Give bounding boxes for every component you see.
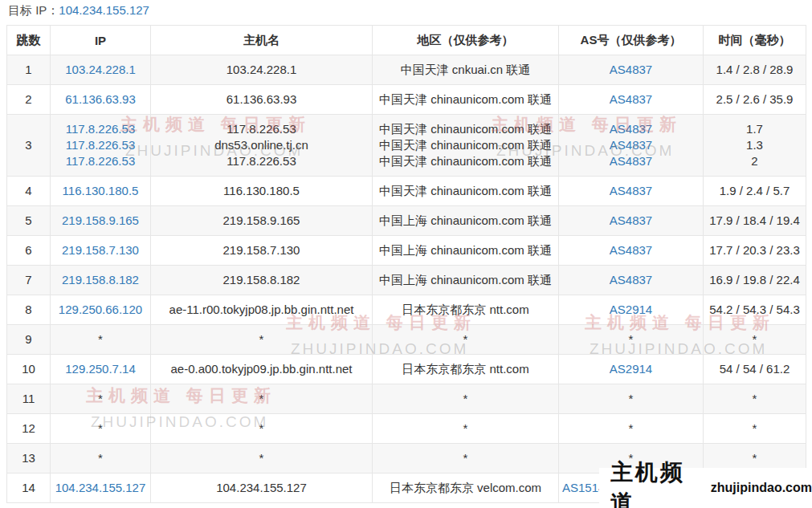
- table-row: 8129.250.66.120ae-11.r00.tokyjp08.jp.bb.…: [7, 295, 806, 325]
- host-cell: 117.8.226.53dns53.online.tj.cn117.8.226.…: [151, 115, 373, 177]
- region-cell: 中国上海 chinaunicom.com 联通: [373, 206, 559, 236]
- ip-link[interactable]: 219.158.9.165: [62, 213, 139, 227]
- as-link[interactable]: AS4837: [610, 154, 652, 168]
- table-row: 4116.130.180.5116.130.180.5中国天津 chinauni…: [7, 177, 806, 206]
- ip-cell: *: [51, 444, 151, 473]
- ip-link[interactable]: 117.8.226.53: [66, 138, 135, 152]
- host-cell: ae-11.r00.tokyjp08.jp.bb.gin.ntt.net: [151, 295, 373, 325]
- hop-cell: 11: [7, 384, 51, 414]
- table-row: 261.136.63.9361.136.63.93中国天津 chinaunico…: [7, 85, 806, 115]
- host-cell: *: [151, 444, 373, 473]
- host-cell: 219.158.9.165: [151, 206, 373, 236]
- ip-link[interactable]: 104.234.155.127: [55, 481, 146, 494]
- ip-cell: *: [51, 325, 151, 355]
- hop-cell: 1: [7, 55, 51, 85]
- time-cell-value: 1.9 / 2.4 / 5.7: [720, 184, 790, 197]
- host-cell-value: *: [259, 451, 264, 465]
- ip-cell-value: *: [98, 392, 103, 405]
- table-row: 3117.8.226.53117.8.226.53117.8.226.53117…: [7, 115, 806, 177]
- asn-cell: AS4837: [559, 266, 704, 295]
- ip-link[interactable]: 103.24.228.1: [65, 63, 136, 76]
- time-cell: 17.9 / 18.4 / 19.4: [704, 206, 806, 236]
- region-cell-value: *: [463, 392, 468, 405]
- time-cell-value: 17.9 / 18.4 / 19.4: [709, 213, 800, 227]
- time-cell-value: *: [753, 451, 757, 465]
- asn-cell: *: [559, 384, 704, 414]
- ip-link[interactable]: 61.136.63.93: [65, 92, 136, 106]
- hop-cell: 5: [7, 206, 51, 236]
- table-row: 11*****: [7, 384, 806, 414]
- table-row: 6219.158.7.130219.158.7.130中国上海 chinauni…: [7, 236, 806, 266]
- region-cell: 中国上海 chinaunicom.com 联通: [373, 236, 559, 266]
- region-cell: 中国天津 cnkuai.cn 联通: [373, 55, 559, 85]
- as-link[interactable]: AS4837: [610, 213, 652, 227]
- ip-cell: 129.250.66.120: [51, 295, 151, 325]
- asn-cell-value: *: [629, 392, 634, 405]
- asn-cell: AS4837: [559, 85, 704, 115]
- region-cell: *: [373, 444, 559, 473]
- time-cell: 16.9 / 19.8 / 22.4: [704, 266, 806, 295]
- hop-cell: 13: [7, 444, 51, 473]
- hop-cell: 3: [7, 115, 51, 177]
- host-cell: ae-0.a00.tokyjp09.jp.bb.gin.ntt.net: [151, 355, 373, 384]
- host-cell-value: 104.234.155.127: [216, 481, 307, 494]
- table-row: 12*****: [7, 414, 806, 444]
- as-link[interactable]: AS4837: [610, 243, 652, 257]
- as-link[interactable]: AS4837: [610, 122, 652, 136]
- ip-link[interactable]: 129.250.66.120: [59, 303, 142, 316]
- as-link[interactable]: AS4837: [610, 63, 652, 76]
- col-header-region: 地区（仅供参考）: [373, 26, 559, 55]
- time-cell-value: 1.3: [746, 138, 763, 152]
- host-cell-value: *: [259, 332, 264, 346]
- table-row: 9*****: [7, 325, 806, 355]
- host-cell: *: [151, 414, 373, 444]
- host-cell-value: 219.158.8.182: [223, 273, 300, 287]
- region-cell-value: 中国上海 chinaunicom.com 联通: [379, 273, 552, 287]
- region-cell: 中国天津 chinaunicom.com 联通: [373, 85, 559, 115]
- host-cell-value: 117.8.226.53: [226, 122, 296, 136]
- time-cell-value: 2: [751, 154, 757, 168]
- as-link[interactable]: AS4837: [610, 92, 652, 106]
- target-ip-line: 目标 IP：104.234.155.127: [8, 3, 149, 18]
- ip-link[interactable]: 116.130.180.5: [63, 184, 139, 197]
- ip-cell-value: *: [98, 451, 103, 465]
- asn-cell: AS2914: [559, 295, 704, 325]
- ip-link[interactable]: 129.250.7.14: [65, 362, 136, 376]
- region-cell-value: 中国上海 chinaunicom.com 联通: [379, 213, 552, 227]
- as-link[interactable]: AS2914: [610, 303, 652, 316]
- host-cell: 61.136.63.93: [151, 85, 373, 115]
- hop-cell: 7: [7, 266, 51, 295]
- ip-link[interactable]: 219.158.8.182: [62, 273, 139, 287]
- target-ip-label: 目标 IP：: [8, 3, 59, 17]
- as-link[interactable]: AS4837: [610, 138, 652, 152]
- hop-cell: 10: [7, 355, 51, 384]
- ip-link[interactable]: 117.8.226.53: [66, 122, 135, 136]
- host-cell-value: *: [259, 421, 264, 435]
- time-cell: 54 / 54 / 61.2: [704, 355, 806, 384]
- as-link[interactable]: AS4837: [610, 184, 652, 197]
- ip-link[interactable]: 219.158.7.130: [62, 243, 139, 257]
- ip-cell: 219.158.7.130: [51, 236, 151, 266]
- ip-link[interactable]: 117.8.226.53: [66, 154, 135, 168]
- region-cell-value: 中国上海 chinaunicom.com 联通: [379, 243, 552, 257]
- time-cell-value: 1.4 / 2.8 / 28.9: [716, 63, 794, 76]
- region-cell: 中国天津 chinaunicom.com 联通: [373, 177, 559, 206]
- time-cell: *: [704, 414, 806, 444]
- as-link[interactable]: AS4837: [610, 273, 652, 287]
- time-cell: *: [704, 384, 806, 414]
- host-cell: 104.234.155.127: [151, 473, 373, 503]
- time-cell: 17.7 / 20.3 / 23.3: [704, 236, 806, 266]
- region-cell-value: *: [463, 451, 468, 465]
- hop-cell-value: 10: [22, 362, 35, 376]
- asn-cell: AS2914: [559, 355, 704, 384]
- region-cell: *: [373, 384, 559, 414]
- region-cell-value: *: [463, 421, 468, 435]
- as-link[interactable]: AS2914: [610, 362, 652, 376]
- host-cell-value: 117.8.226.53: [226, 154, 296, 168]
- region-cell: *: [373, 325, 559, 355]
- hop-cell-value: 3: [25, 138, 31, 152]
- target-ip-value[interactable]: 104.234.155.127: [59, 3, 149, 17]
- region-cell-value: 中国天津 chinaunicom.com 联通: [379, 122, 552, 136]
- time-cell-value: 16.9 / 19.8 / 22.4: [709, 273, 800, 287]
- time-cell-value: 17.7 / 20.3 / 23.3: [709, 243, 800, 257]
